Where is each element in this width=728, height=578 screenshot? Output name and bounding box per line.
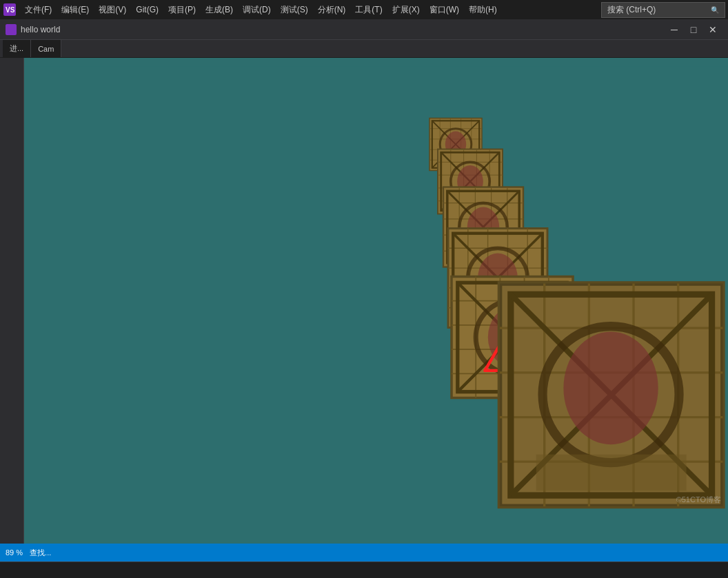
menu-test[interactable]: 测试(S) <box>276 3 312 17</box>
search-box[interactable]: 搜索 (Ctrl+Q) 🔍 <box>601 2 725 18</box>
main-layout: ! <box>0 58 728 544</box>
app-icon <box>6 24 17 35</box>
search-label: 搜索 (Ctrl+Q) <box>607 4 656 16</box>
menu-bar: VS 文件(F) 编辑(E) 视图(V) Git(G) 项目(P) 生成(B) … <box>0 0 728 19</box>
menu-git[interactable]: Git(G) <box>132 3 163 16</box>
menu-window[interactable]: 窗口(W) <box>425 3 463 17</box>
sidebar <box>0 58 24 544</box>
svg-rect-2 <box>6 24 17 35</box>
tab-progress[interactable]: 进... <box>3 40 31 57</box>
status-search: 查找... <box>30 548 51 558</box>
menu-build[interactable]: 生成(B) <box>201 3 237 17</box>
game-scene: ! <box>24 58 728 544</box>
status-percent: 89 % <box>6 548 23 557</box>
search-icon: 🔍 <box>711 6 719 14</box>
svg-text:VS: VS <box>6 6 15 14</box>
vs-logo: VS <box>3 3 17 17</box>
bottom-status-bar: 89 % 查找... <box>0 544 728 561</box>
menu-tools[interactable]: 工具(T) <box>351 3 386 17</box>
menu-debug[interactable]: 调试(D) <box>239 3 275 17</box>
menu-project[interactable]: 项目(P) <box>164 3 200 17</box>
tab-camera[interactable]: Cam <box>31 40 61 57</box>
menu-view[interactable]: 视图(V) <box>94 3 130 17</box>
info-bar <box>0 561 728 578</box>
minimize-button[interactable]: ─ <box>665 20 684 39</box>
title-bar: hello world ─ □ ✕ <box>0 19 728 40</box>
watermark: ©51CTO博客 <box>676 495 721 505</box>
close-button[interactable]: ✕ <box>703 20 722 39</box>
svg-point-90 <box>563 331 658 444</box>
menu-file[interactable]: 文件(F) <box>21 3 56 17</box>
window-controls: ─ □ ✕ <box>665 20 722 39</box>
window-title: hello world <box>21 25 665 34</box>
menu-extensions[interactable]: 扩展(X) <box>388 3 424 17</box>
sub-tab-bar: 进... Cam <box>0 40 728 58</box>
menu-help[interactable]: 帮助(H) <box>465 3 501 17</box>
maximize-button[interactable]: □ <box>684 20 703 39</box>
canvas-area: ! <box>24 58 728 544</box>
menu-analyze[interactable]: 分析(N) <box>314 3 350 17</box>
menu-edit[interactable]: 编辑(E) <box>57 3 93 17</box>
svg-rect-91 <box>536 455 687 491</box>
